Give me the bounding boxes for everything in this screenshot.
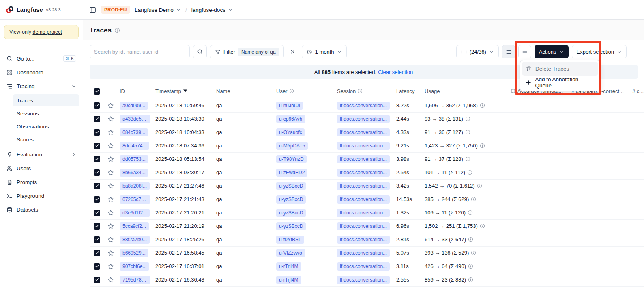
row-checkbox[interactable] (94, 116, 100, 122)
table-row[interactable]: dd05753... 2025-02-18 05:13:54 qa u-T98Y… (90, 152, 644, 166)
user-badge[interactable]: u-cp66Avh (276, 115, 305, 123)
user-badge[interactable]: u-rTrjl4M (276, 276, 301, 284)
row-checkbox[interactable] (94, 250, 100, 256)
row-checkbox[interactable] (94, 156, 100, 162)
table-row[interactable]: b669529... 2025-02-17 16:58:45 qa u-VIZz… (90, 246, 644, 260)
user-badge[interactable]: u-huJhuJi (276, 102, 303, 110)
session-badge[interactable]: lf.docs.conversation... (337, 102, 390, 110)
trace-id-badge[interactable]: a0cd0d9... (120, 102, 148, 110)
select-all-checkbox[interactable] (94, 88, 100, 95)
session-badge[interactable]: lf.docs.conversation... (337, 195, 390, 204)
sidebar-item-dashboard[interactable]: Dashboard (3, 66, 79, 79)
sidebar-toggle-icon[interactable] (89, 6, 96, 13)
sidebar-item-users[interactable]: Users (3, 162, 79, 175)
column-header-session[interactable]: Session (335, 84, 394, 99)
column-header-timestamp[interactable]: Timestamp (153, 84, 214, 99)
favorite-star-icon[interactable] (107, 102, 114, 109)
user-badge[interactable]: u-VIZzvwo (276, 249, 305, 257)
trace-id-badge[interactable]: 907cbf6e... (120, 262, 149, 271)
session-badge[interactable]: lf.docs.conversation... (337, 169, 390, 177)
trace-id-badge[interactable]: d3e9d1f2... (120, 209, 150, 217)
trace-id-badge[interactable]: a433de51... (120, 115, 150, 123)
trace-id-badge[interactable]: ba8a208f... (120, 182, 150, 190)
sidebar-item-scores[interactable]: Scores (13, 133, 79, 145)
table-row[interactable]: 07265c7a... 2025-02-17 21:21:43 qa u-yzS… (90, 193, 644, 206)
trace-id-badge[interactable]: 8dcf4574... (120, 142, 149, 150)
column-header-latency[interactable]: Latency (394, 84, 422, 99)
table-row[interactable]: a0cd0d9... 2025-02-18 10:59:46 qa u-huJh… (90, 99, 644, 112)
session-badge[interactable]: lf.docs.conversation... (337, 222, 390, 230)
sidebar-item-tracing[interactable]: Tracing (3, 80, 79, 93)
session-badge[interactable]: lf.docs.conversation... (337, 155, 390, 163)
clear-filter-button[interactable] (287, 46, 298, 58)
sidebar-item-evaluation[interactable]: Evaluation (3, 148, 79, 161)
session-badge[interactable]: lf.docs.conversation... (337, 262, 390, 271)
org-switcher[interactable]: Langfuse Demo (135, 7, 180, 13)
user-badge[interactable]: u-MYpDAT5 (276, 142, 308, 150)
clear-selection-link[interactable]: Clear selection (378, 69, 413, 75)
trace-id-badge[interactable]: 084c739... (120, 128, 148, 136)
row-checkbox[interactable] (94, 223, 100, 230)
row-checkbox[interactable] (94, 143, 100, 149)
goto-search[interactable]: Go to... ⌘ K (3, 52, 79, 65)
row-checkbox[interactable] (94, 236, 100, 243)
table-row[interactable]: ba8a208f... 2025-02-17 21:27:46 qa u-yzS… (90, 179, 644, 193)
actions-button[interactable]: Actions (535, 45, 569, 58)
session-badge[interactable]: lf.docs.conversation... (337, 182, 390, 190)
favorite-star-icon[interactable] (107, 196, 114, 203)
column-header-correctness[interactable]: -correct... (599, 84, 630, 99)
app-title[interactable]: Langfuse (17, 6, 43, 13)
row-checkbox[interactable] (94, 169, 100, 176)
favorite-star-icon[interactable] (107, 143, 114, 149)
row-checkbox[interactable] (94, 277, 100, 283)
filter-button[interactable]: Filter Name any of qa (210, 45, 284, 58)
sidebar-item-datasets[interactable]: Datasets (3, 203, 79, 216)
column-header-cut[interactable]: # c... (630, 84, 644, 99)
favorite-star-icon[interactable] (107, 223, 114, 230)
favorite-star-icon[interactable] (107, 277, 114, 283)
user-badge[interactable]: u-yzSBxcD (276, 195, 306, 204)
user-badge[interactable]: u-rTrjl4M (276, 262, 301, 271)
column-header-id[interactable]: ID (117, 84, 153, 99)
trace-id-badge[interactable]: 8b66a34... (120, 169, 148, 177)
export-selection-button[interactable]: Export selection (572, 45, 627, 58)
table-row[interactable]: 084c739... 2025-02-18 10:04:33 qa u-OYau… (90, 126, 644, 139)
sidebar-item-observations[interactable]: Observations (13, 120, 79, 132)
sidebar-item-playground[interactable]: Playground (3, 189, 79, 202)
user-badge[interactable]: u-OYauofc (276, 128, 305, 136)
project-switcher[interactable]: langfuse-docs (191, 7, 233, 13)
sidebar-item-traces[interactable]: Traces (13, 94, 79, 106)
favorite-star-icon[interactable] (107, 129, 114, 136)
row-checkbox[interactable] (94, 129, 100, 136)
column-header-usage[interactable]: Usage (422, 84, 508, 99)
table-row[interactable]: 7195d78e... 2025-02-17 16:36:43 qa u-rTr… (90, 273, 644, 286)
time-range-button[interactable]: 1 month (302, 45, 347, 58)
favorite-star-icon[interactable] (107, 263, 114, 270)
session-badge[interactable]: lf.docs.conversation... (337, 249, 390, 257)
session-badge[interactable]: lf.docs.conversation... (337, 128, 390, 136)
row-checkbox[interactable] (94, 196, 100, 203)
column-header-name[interactable]: Name (214, 84, 274, 99)
row-checkbox[interactable] (94, 183, 100, 189)
table-row[interactable]: 8b66a34... 2025-02-18 03:30:17 qa u-zEwd… (90, 166, 644, 179)
column-header-user[interactable]: User (274, 84, 335, 99)
session-badge[interactable]: lf.docs.conversation... (337, 236, 390, 244)
trace-id-badge[interactable]: 07265c7a... (120, 195, 150, 204)
session-badge[interactable]: lf.docs.conversation... (337, 115, 390, 123)
menu-item-add-annotation-queue[interactable]: Add to Annotation Queue (522, 76, 598, 89)
row-height-compact-button[interactable] (502, 45, 515, 58)
table-row[interactable]: 8dcf4574... 2025-02-18 07:34:36 qa u-MYp… (90, 139, 644, 152)
search-button[interactable] (193, 45, 207, 58)
table-row[interactable]: 907cbf6e... 2025-02-17 16:37:01 qa u-rTr… (90, 260, 644, 273)
trace-id-badge[interactable]: 7195d78e... (120, 276, 150, 284)
session-badge[interactable]: lf.docs.conversation... (337, 276, 390, 284)
trace-id-badge[interactable]: 5cca9cf2... (120, 222, 149, 230)
user-badge[interactable]: u-yzSBxcD (276, 209, 306, 217)
demo-project-link[interactable]: demo project (32, 29, 62, 35)
user-badge[interactable]: u-f0YfBSL (276, 236, 304, 244)
trace-id-badge[interactable]: 88f2a7b0... (120, 236, 150, 244)
sidebar-item-sessions[interactable]: Sessions (13, 107, 79, 119)
favorite-star-icon[interactable] (107, 156, 114, 162)
table-row[interactable]: a433de51... 2025-02-18 10:43:39 qa u-cp6… (90, 112, 644, 126)
trace-id-badge[interactable]: b669529... (120, 249, 148, 257)
